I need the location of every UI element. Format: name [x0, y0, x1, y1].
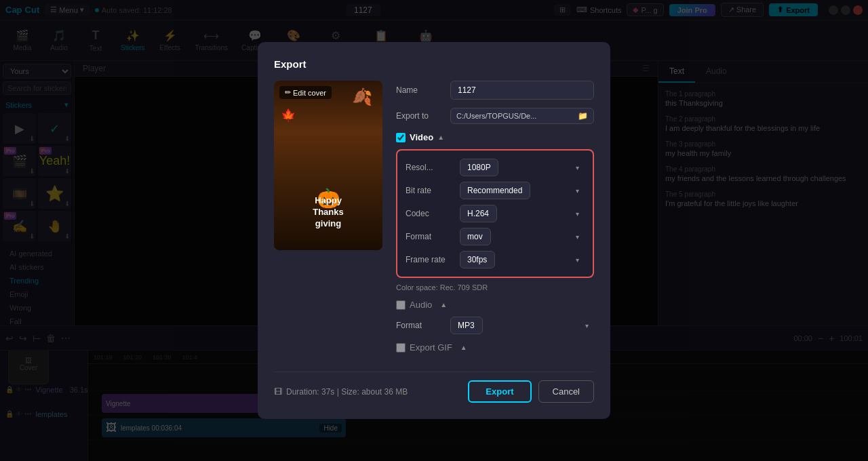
video-collapse-icon[interactable]: ▲ [437, 134, 444, 141]
color-space-info: Color space: Rec. 709 SDR [396, 283, 594, 292]
format-row: Format mp4 mov avi [406, 228, 585, 245]
name-input[interactable] [450, 81, 594, 100]
export-to-row: Export to 📁 [396, 108, 594, 124]
export-to-label: Export to [396, 111, 450, 121]
audio-format-select-wrap: MP3 AAC WAV [450, 317, 594, 334]
modal-footer: 🎞 Duration: 37s | Size: about 36 MB Expo… [274, 372, 594, 403]
codec-row: Codec H.264 H.265 VP9 [406, 205, 585, 222]
cancel-button[interactable]: Cancel [538, 380, 594, 403]
modal-overlay: Export 🍂 🍁 🎃 HappyThanksgiving [0, 0, 868, 461]
audio-checkbox[interactable] [396, 300, 406, 310]
bitrate-label: Bit rate [406, 186, 460, 195]
leaf-decoration-2: 🍁 [281, 108, 296, 123]
pencil-icon: ✏ [285, 88, 291, 97]
bitrate-row: Bit rate Low Medium Recommended High [406, 182, 585, 199]
gif-collapse-icon[interactable]: ▲ [460, 344, 467, 351]
audio-format-label: Format [396, 321, 450, 330]
export-button[interactable]: Export [468, 380, 531, 403]
codec-label: Codec [406, 209, 460, 218]
format-label: Format [406, 232, 460, 241]
modal-title: Export [274, 58, 594, 70]
resolution-row: Resol... 720P 1080P 2K 4K [406, 159, 585, 176]
video-section-title: Video [410, 132, 433, 142]
modal-content-row: 🍂 🍁 🎃 HappyThanksgiving ✏ ✏ Edit cover E… [274, 81, 594, 361]
audio-section-title: Audio [410, 300, 432, 310]
export-modal: Export 🍂 🍁 🎃 HappyThanksgiving [258, 42, 610, 419]
leaf-decoration: 🍂 [352, 87, 372, 106]
film-icon: 🎞 [274, 387, 282, 397]
audio-format-select[interactable]: MP3 AAC WAV [450, 317, 483, 334]
folder-icon[interactable]: 📁 [578, 111, 588, 121]
modal-preview: 🍂 🍁 🎃 HappyThanksgiving ✏ ✏ Edit cover E… [274, 81, 382, 250]
audio-format-row: Format MP3 AAC WAV [396, 317, 594, 334]
gif-checkbox[interactable] [396, 343, 406, 353]
duration-info: 🎞 Duration: 37s | Size: about 36 MB [274, 387, 408, 397]
preview-text: HappyThanksgiving [274, 195, 382, 230]
export-path-field: 📁 [450, 108, 594, 124]
codec-select[interactable]: H.264 H.265 VP9 [460, 205, 497, 222]
resolution-label: Resol... [406, 163, 460, 172]
video-checkbox[interactable] [396, 133, 406, 142]
preview-image: 🍂 🍁 🎃 HappyThanksgiving [274, 81, 382, 250]
codec-select-wrap: H.264 H.265 VP9 [460, 205, 585, 222]
resolution-select[interactable]: 720P 1080P 2K 4K [460, 159, 498, 176]
format-select[interactable]: mp4 mov avi [460, 228, 491, 245]
framerate-row: Frame rate 24fps 25fps 30fps 60fps [406, 251, 585, 268]
video-settings: Resol... 720P 1080P 2K 4K [396, 149, 594, 278]
video-section-header: Video ▲ [396, 132, 594, 142]
bitrate-select[interactable]: Low Medium Recommended High [460, 182, 530, 199]
audio-settings: Format MP3 AAC WAV [396, 317, 594, 334]
audio-collapse-icon[interactable]: ▲ [440, 301, 447, 308]
name-row: Name [396, 81, 594, 100]
gif-section-header: Export GIF ▲ [396, 342, 594, 353]
audio-section: Audio ▲ Format MP3 AAC WAV [396, 300, 594, 334]
video-section: Video ▲ Resol... 720P 1080P 2K 4K [396, 132, 594, 292]
bitrate-select-wrap: Low Medium Recommended High [460, 182, 585, 199]
framerate-label: Frame rate [406, 255, 460, 264]
framerate-select[interactable]: 24fps 25fps 30fps 60fps [460, 251, 495, 268]
gif-section: Export GIF ▲ [396, 342, 594, 353]
resolution-select-wrap: 720P 1080P 2K 4K [460, 159, 585, 176]
gif-section-title: Export GIF [410, 342, 452, 353]
modal-form: Name Export to 📁 Video ▲ [396, 81, 594, 361]
audio-section-header: Audio ▲ [396, 300, 594, 310]
format-select-wrap: mp4 mov avi [460, 228, 585, 245]
name-label: Name [396, 85, 450, 95]
export-path-input[interactable] [456, 112, 578, 120]
edit-cover-button[interactable]: ✏ ✏ Edit cover Edit cover [279, 86, 332, 99]
framerate-select-wrap: 24fps 25fps 30fps 60fps [460, 251, 585, 268]
footer-buttons: Export Cancel [468, 380, 594, 403]
